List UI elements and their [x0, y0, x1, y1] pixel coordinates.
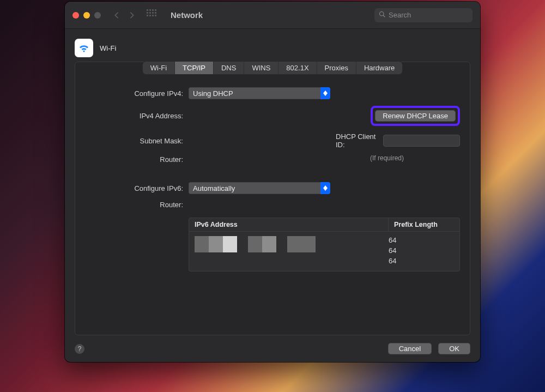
ipv6-address-cells-redacted — [195, 236, 381, 266]
forward-button[interactable] — [128, 11, 136, 19]
svg-rect-6 — [152, 12, 154, 14]
window-title: Network — [171, 10, 203, 20]
dhcp-client-id-label: DHCP Client ID: — [336, 132, 379, 149]
tab-8021x[interactable]: 802.1X — [278, 62, 317, 74]
window-controls — [72, 12, 101, 19]
help-button[interactable]: ? — [75, 344, 84, 354]
svg-rect-1 — [149, 9, 151, 11]
search-field[interactable] — [374, 8, 473, 22]
dhcp-client-id-input[interactable] — [383, 135, 460, 147]
configure-ipv4-label: Configure IPv4: — [85, 89, 183, 98]
settings-panel: Wi-Fi TCP/IP DNS WINS 802.1X Proxies Har… — [75, 62, 470, 335]
chevron-updown-icon — [320, 182, 330, 194]
svg-rect-5 — [149, 12, 151, 14]
configure-ipv6-label: Configure IPv6: — [85, 184, 183, 192]
ipv6-address-header[interactable]: IPv6 Address — [189, 218, 389, 231]
cancel-button[interactable]: Cancel — [388, 343, 432, 354]
tab-hardware[interactable]: Hardware — [356, 62, 402, 74]
svg-point-12 — [380, 12, 384, 16]
prefix-length-value: 64 — [389, 257, 454, 265]
settings-tabs: Wi-Fi TCP/IP DNS WINS 802.1X Proxies Har… — [143, 62, 403, 74]
search-icon — [379, 11, 385, 19]
dhcp-client-id-hint: (If required) — [336, 154, 460, 162]
tcpip-form: Configure IPv4: Using DHCP IPv4 Address:… — [85, 87, 460, 272]
svg-rect-2 — [152, 9, 154, 11]
prefix-length-values: 64 64 64 — [389, 236, 454, 266]
ok-button[interactable]: OK — [438, 343, 470, 354]
subnet-mask-label: Subnet Mask: — [85, 137, 183, 145]
apps-grid-icon[interactable] — [141, 9, 156, 21]
configure-ipv4-select[interactable]: Using DHCP — [189, 87, 330, 99]
wifi-icon — [75, 39, 93, 57]
close-window-button[interactable] — [72, 12, 79, 19]
svg-rect-9 — [149, 15, 151, 16]
tab-wifi[interactable]: Wi-Fi — [143, 62, 175, 74]
configure-ipv6-value: Automatically — [193, 184, 235, 192]
ipv4-address-label: IPv4 Address: — [85, 112, 183, 120]
configure-ipv6-select[interactable]: Automatically — [189, 182, 330, 194]
pane-header: Wi-Fi — [75, 39, 470, 57]
configure-ipv4-value: Using DHCP — [193, 89, 233, 98]
prefix-length-header[interactable]: Prefix Length — [389, 218, 459, 231]
svg-rect-8 — [147, 15, 148, 16]
svg-rect-3 — [155, 9, 156, 11]
nav-arrows — [113, 11, 136, 19]
fullscreen-window-button[interactable] — [94, 12, 101, 19]
window-body: Wi-Fi Wi-Fi TCP/IP DNS WINS 802.1X Proxi… — [65, 29, 480, 362]
svg-rect-10 — [152, 15, 154, 16]
pane-title: Wi-Fi — [100, 44, 116, 52]
tab-tcpip[interactable]: TCP/IP — [175, 62, 214, 74]
svg-rect-11 — [155, 15, 156, 16]
renew-highlight: Renew DHCP Lease — [371, 106, 460, 126]
router-ipv6-label: Router: — [85, 201, 183, 209]
svg-line-13 — [383, 15, 385, 17]
tab-proxies[interactable]: Proxies — [317, 62, 356, 74]
renew-dhcp-lease-button[interactable]: Renew DHCP Lease — [375, 110, 456, 122]
network-settings-window: Network Wi-Fi Wi-Fi TCP/IP DNS WINS 802.… — [65, 2, 480, 362]
chevron-updown-icon — [320, 87, 330, 99]
tab-dns[interactable]: DNS — [214, 62, 244, 74]
titlebar: Network — [65, 2, 480, 29]
svg-rect-0 — [147, 9, 148, 11]
prefix-length-value: 64 — [389, 236, 454, 244]
router-ipv4-label: Router: — [85, 155, 183, 164]
minimize-window-button[interactable] — [83, 12, 90, 19]
svg-rect-7 — [155, 12, 156, 14]
svg-rect-4 — [147, 12, 148, 14]
ipv6-table: IPv6 Address Prefix Length 64 64 — [189, 218, 460, 272]
back-button[interactable] — [113, 11, 120, 19]
prefix-length-value: 64 — [389, 246, 454, 255]
search-input[interactable] — [389, 11, 480, 19]
footer: ? Cancel OK — [75, 343, 470, 354]
tab-wins[interactable]: WINS — [244, 62, 278, 74]
